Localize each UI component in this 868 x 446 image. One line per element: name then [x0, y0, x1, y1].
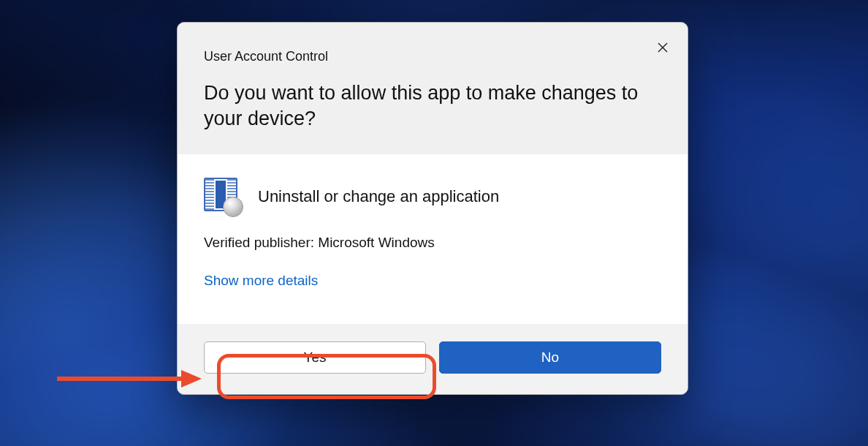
dialog-header: User Account Control Do you want to allo…: [178, 23, 688, 154]
dialog-body: Uninstall or change an application Verif…: [178, 154, 688, 324]
publisher-line: Verified publisher: Microsoft Windows: [204, 235, 661, 251]
dialog-footer: Yes No: [178, 324, 688, 394]
dialog-prompt: Do you want to allow this app to make ch…: [204, 80, 661, 131]
uac-dialog: User Account Control Do you want to allo…: [177, 22, 688, 395]
dialog-title: User Account Control: [204, 49, 661, 64]
programs-and-features-icon: [204, 178, 242, 216]
close-icon: [657, 42, 669, 53]
no-button[interactable]: No: [439, 341, 661, 374]
yes-button[interactable]: Yes: [204, 341, 426, 374]
app-name: Uninstall or change an application: [258, 187, 499, 206]
show-more-details-link[interactable]: Show more details: [204, 273, 318, 289]
close-button[interactable]: [652, 37, 673, 58]
app-info-row: Uninstall or change an application: [204, 178, 661, 216]
